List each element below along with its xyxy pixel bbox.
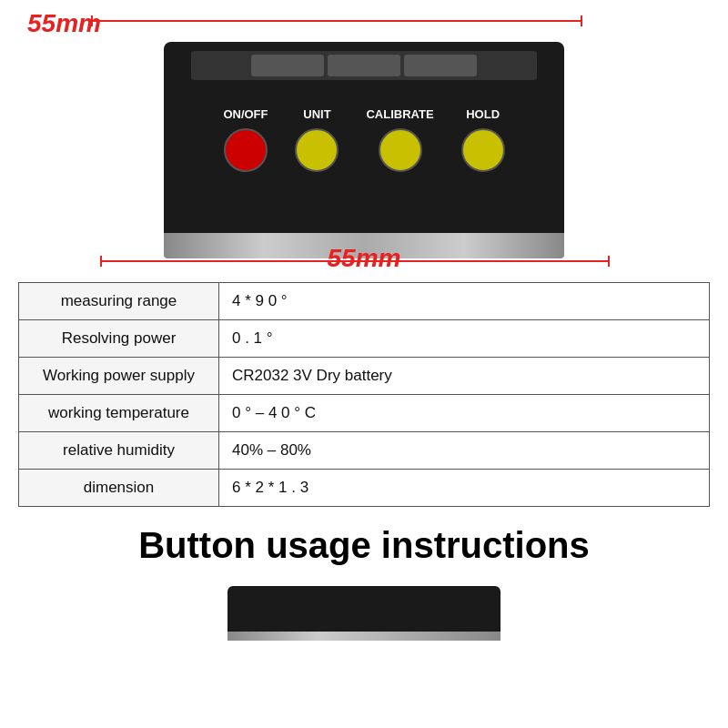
- button-usage-section: Button usage instructions: [0, 507, 728, 575]
- btn-group-unit: UNIT: [295, 107, 339, 172]
- btn-onoff[interactable]: [224, 128, 268, 172]
- btn-group-calibrate: CALIBRATE: [366, 107, 433, 172]
- arrow-top: [91, 20, 582, 22]
- spec-value: 0 ° – 4 0 ° C: [219, 395, 710, 432]
- table-row: Resolving power0 . 1 °: [19, 320, 710, 358]
- spec-value: CR2032 3V Dry battery: [219, 358, 710, 395]
- device-wrapper: ON/OFF UNIT CALIBRATE HOLD: [164, 42, 564, 258]
- top-bar-seg3: [404, 55, 477, 76]
- spec-value: 0 . 1 °: [219, 320, 710, 358]
- btn-label-calibrate: CALIBRATE: [366, 107, 433, 121]
- table-row: dimension6 * 2 * 1 . 3: [19, 470, 710, 507]
- btn-unit[interactable]: [295, 128, 339, 172]
- buttons-row: ON/OFF UNIT CALIBRATE HOLD: [223, 107, 504, 172]
- device-body: ON/OFF UNIT CALIBRATE HOLD: [164, 42, 564, 233]
- spec-value: 4 * 9 0 °: [219, 283, 710, 320]
- btn-calibrate[interactable]: [379, 128, 422, 172]
- btn-label-onoff: ON/OFF: [223, 107, 268, 121]
- bottom-device-preview: [0, 586, 728, 632]
- button-usage-title: Button usage instructions: [138, 525, 590, 565]
- top-bar-seg2: [328, 55, 400, 76]
- specs-table: measuring range4 * 9 0 °Resolving power0…: [18, 282, 710, 507]
- spec-property: dimension: [19, 470, 219, 507]
- table-row: measuring range4 * 9 0 °: [19, 283, 710, 320]
- btn-label-hold: HOLD: [466, 107, 500, 121]
- btn-group-onoff: ON/OFF: [223, 107, 268, 172]
- spec-property: relative humidity: [19, 432, 219, 470]
- dimension-bottom-label: 55mm: [328, 244, 401, 273]
- btn-label-unit: UNIT: [303, 107, 330, 121]
- specs-container: measuring range4 * 9 0 °Resolving power0…: [0, 282, 728, 507]
- device-top-bar: [191, 51, 537, 80]
- dimension-top-label: 55mm: [27, 9, 101, 38]
- table-row: working temperature0 ° – 4 0 ° C: [19, 395, 710, 432]
- bottom-device-img: [228, 586, 500, 632]
- spec-property: Resolving power: [19, 320, 219, 358]
- table-row: Working power supplyCR2032 3V Dry batter…: [19, 358, 710, 395]
- spec-property: measuring range: [19, 283, 219, 320]
- spec-value: 6 * 2 * 1 . 3: [219, 470, 710, 507]
- top-bar-seg1: [251, 55, 324, 76]
- device-section: 55mm ON/OFF UNIT CALIBRATE: [0, 0, 728, 282]
- table-row: relative humidity40% – 80%: [19, 432, 710, 470]
- btn-hold[interactable]: [461, 128, 505, 172]
- spec-property: Working power supply: [19, 358, 219, 395]
- spec-value: 40% – 80%: [219, 432, 710, 470]
- btn-group-hold: HOLD: [461, 107, 505, 172]
- spec-property: working temperature: [19, 395, 219, 432]
